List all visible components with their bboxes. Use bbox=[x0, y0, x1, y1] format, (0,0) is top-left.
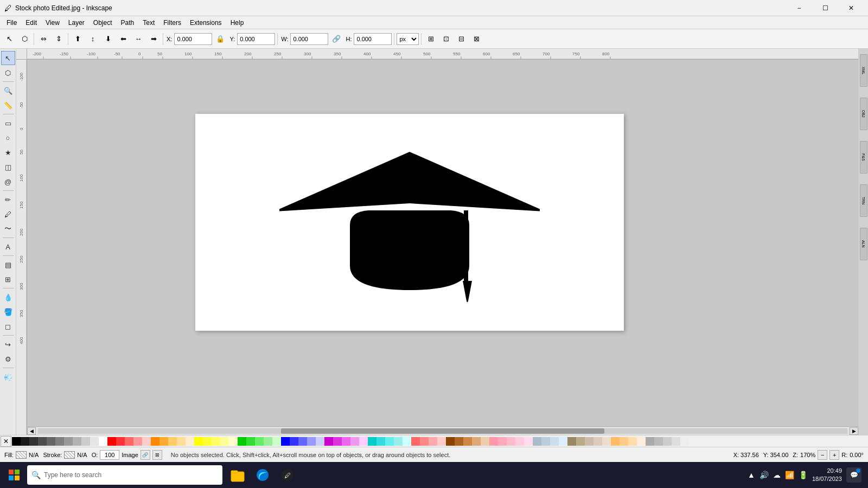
color-swatch[interactable] bbox=[264, 437, 272, 446]
transform-tab[interactable]: TRN bbox=[860, 184, 867, 217]
calligraphy-tool[interactable]: 〜 bbox=[1, 222, 15, 236]
taskbar-explorer-btn[interactable] bbox=[226, 463, 250, 487]
color-swatch[interactable] bbox=[333, 437, 342, 446]
volume-icon[interactable]: 🔊 bbox=[760, 471, 769, 479]
color-swatch[interactable] bbox=[593, 437, 602, 446]
taskbar-edge-btn[interactable] bbox=[251, 463, 275, 487]
color-swatch[interactable] bbox=[29, 437, 38, 446]
color-swatch[interactable] bbox=[290, 437, 298, 446]
color-swatch[interactable] bbox=[21, 437, 29, 446]
color-swatch[interactable] bbox=[533, 437, 541, 446]
color-swatch[interactable] bbox=[620, 437, 628, 446]
color-swatch[interactable] bbox=[420, 437, 429, 446]
h-input[interactable] bbox=[354, 33, 392, 45]
mesh-tool[interactable]: ⊞ bbox=[1, 272, 15, 286]
color-swatch[interactable] bbox=[602, 437, 611, 446]
3d-box-tool[interactable]: ◫ bbox=[1, 160, 15, 174]
canvas-area[interactable]: -200 -150 -100 -50 0 50 100 150 200 250 … bbox=[16, 49, 858, 435]
snap-page-btn[interactable]: ⊞ bbox=[424, 32, 438, 46]
color-swatch[interactable] bbox=[654, 437, 663, 446]
rect-tool[interactable]: ▭ bbox=[1, 116, 15, 130]
spiral-tool[interactable]: @ bbox=[1, 175, 15, 189]
menu-layer[interactable]: Layer bbox=[64, 18, 89, 28]
minimize-button[interactable]: − bbox=[787, 0, 812, 16]
color-swatch[interactable] bbox=[680, 437, 689, 446]
color-swatch[interactable] bbox=[541, 437, 550, 446]
menu-filters[interactable]: Filters bbox=[159, 18, 186, 28]
pen-tool[interactable]: 🖊 bbox=[1, 207, 15, 221]
color-swatch[interactable] bbox=[455, 437, 463, 446]
text-tool[interactable]: A bbox=[1, 240, 15, 254]
snap-bbox-btn[interactable]: ⊟ bbox=[454, 32, 468, 46]
menu-object[interactable]: Object bbox=[89, 18, 117, 28]
onedrive-icon[interactable]: ☁ bbox=[773, 471, 781, 479]
lpe-tool[interactable]: ⚙ bbox=[1, 352, 15, 366]
color-swatch[interactable] bbox=[663, 437, 672, 446]
menu-edit[interactable]: Edit bbox=[21, 18, 41, 28]
maximize-button[interactable]: ☐ bbox=[813, 0, 838, 16]
color-swatch[interactable] bbox=[498, 437, 507, 446]
color-swatch[interactable] bbox=[359, 437, 368, 446]
measure-tool[interactable]: 📏 bbox=[1, 98, 15, 112]
network-icon[interactable]: ▲ bbox=[748, 471, 755, 479]
color-swatch[interactable] bbox=[55, 437, 64, 446]
color-swatch[interactable] bbox=[385, 437, 394, 446]
gradient-tool[interactable]: ▤ bbox=[1, 258, 15, 272]
select-tool-btn[interactable]: ↖ bbox=[2, 32, 16, 46]
color-swatch[interactable] bbox=[507, 437, 515, 446]
align-distribute-tab[interactable]: ALN bbox=[860, 228, 867, 260]
color-swatch[interactable] bbox=[411, 437, 420, 446]
color-swatch[interactable] bbox=[403, 437, 411, 446]
zoom-tool[interactable]: 🔍 bbox=[1, 84, 15, 98]
xml-editor-tab[interactable]: XML bbox=[860, 54, 867, 87]
color-swatch[interactable] bbox=[298, 437, 307, 446]
color-swatch[interactable] bbox=[524, 437, 533, 446]
opacity-input[interactable] bbox=[100, 450, 119, 460]
y-input[interactable] bbox=[237, 33, 275, 45]
color-swatch[interactable] bbox=[73, 437, 81, 446]
color-swatch[interactable] bbox=[177, 437, 186, 446]
battery-icon[interactable]: 🔋 bbox=[799, 471, 808, 479]
unit-select[interactable]: px mm cm in bbox=[397, 33, 419, 45]
color-swatch[interactable] bbox=[47, 437, 55, 446]
pencil-tool[interactable]: ✏ bbox=[1, 192, 15, 207]
color-swatch[interactable] bbox=[316, 437, 324, 446]
scroll-right-btn[interactable]: ▶ bbox=[850, 427, 858, 435]
color-swatch[interactable] bbox=[168, 437, 177, 446]
align-left[interactable]: ⬅ bbox=[116, 32, 130, 46]
color-swatch[interactable] bbox=[107, 437, 116, 446]
connector-tool[interactable]: ↪ bbox=[1, 337, 15, 351]
color-swatch[interactable] bbox=[99, 437, 107, 446]
color-swatch[interactable] bbox=[220, 437, 229, 446]
menu-file[interactable]: File bbox=[2, 18, 21, 28]
transform-flip-h[interactable]: ⇔ bbox=[36, 32, 50, 46]
color-swatch[interactable] bbox=[38, 437, 47, 446]
color-swatch[interactable] bbox=[116, 437, 125, 446]
color-swatch[interactable] bbox=[576, 437, 585, 446]
align-center-h[interactable]: ↔ bbox=[131, 32, 145, 46]
color-swatch[interactable] bbox=[64, 437, 73, 446]
close-button[interactable]: ✕ bbox=[839, 0, 864, 16]
color-swatch[interactable] bbox=[238, 437, 246, 446]
color-swatch[interactable] bbox=[446, 437, 455, 446]
align-bottom[interactable]: ⬇ bbox=[101, 32, 115, 46]
scroll-thumb[interactable] bbox=[281, 428, 605, 434]
color-swatch[interactable] bbox=[585, 437, 593, 446]
color-swatch[interactable] bbox=[159, 437, 168, 446]
color-swatch[interactable] bbox=[246, 437, 255, 446]
color-swatch[interactable] bbox=[437, 437, 446, 446]
color-swatch[interactable] bbox=[429, 437, 437, 446]
color-swatch[interactable] bbox=[342, 437, 350, 446]
color-swatch[interactable] bbox=[272, 437, 281, 446]
menu-view[interactable]: View bbox=[41, 18, 64, 28]
wifi-icon[interactable]: 📶 bbox=[785, 471, 794, 479]
star-tool[interactable]: ★ bbox=[1, 145, 15, 159]
align-center-v[interactable]: ↕ bbox=[86, 32, 100, 46]
color-swatch[interactable] bbox=[489, 437, 498, 446]
color-swatch[interactable] bbox=[550, 437, 559, 446]
color-swatch[interactable] bbox=[463, 437, 472, 446]
color-swatch[interactable] bbox=[324, 437, 333, 446]
w-input[interactable] bbox=[290, 33, 328, 45]
image-embed-btn[interactable]: ⊞ bbox=[152, 450, 162, 460]
lock-proportions-btn[interactable]: 🔗 bbox=[329, 32, 343, 46]
